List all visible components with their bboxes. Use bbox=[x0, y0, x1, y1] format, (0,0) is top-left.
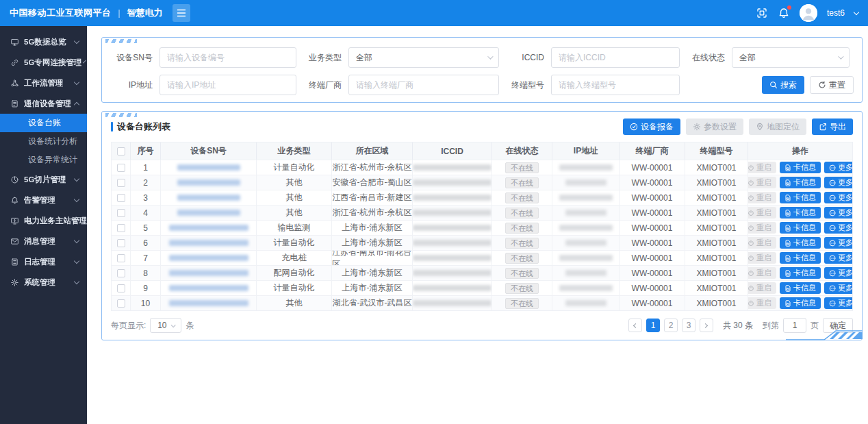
notification-bell-icon[interactable] bbox=[778, 7, 790, 19]
next-page-button[interactable] bbox=[700, 319, 713, 332]
device-sn-input[interactable] bbox=[159, 47, 296, 68]
online-status-badge: 不在线 bbox=[505, 268, 539, 279]
page-button-2[interactable]: 2 bbox=[664, 319, 678, 332]
card-info-button[interactable]: 卡信息 bbox=[780, 222, 821, 234]
more-button[interactable]: 更多 bbox=[824, 207, 852, 219]
reboot-button[interactable]: 重启 bbox=[748, 222, 776, 234]
device-report-button[interactable]: 设备报备 bbox=[623, 119, 680, 135]
page-button-3[interactable]: 3 bbox=[682, 319, 695, 332]
sidebar-item-power-master-station[interactable]: 电力业务主站管理 bbox=[0, 210, 87, 231]
card-info-button[interactable]: 卡信息 bbox=[780, 192, 821, 203]
online-status-select[interactable]: 全部 bbox=[732, 47, 850, 68]
panel-corner-stripes-icon bbox=[105, 113, 137, 117]
card-info-button[interactable]: 卡信息 bbox=[780, 267, 821, 279]
vendor-input[interactable] bbox=[348, 75, 499, 95]
card-info-button[interactable]: 卡信息 bbox=[780, 297, 821, 309]
region-cell: 上海市-浦东新区 bbox=[332, 281, 413, 295]
row-checkbox[interactable] bbox=[117, 239, 125, 247]
reboot-button[interactable]: 重启 bbox=[748, 192, 776, 203]
card-info-button[interactable]: 卡信息 bbox=[780, 162, 821, 173]
row-checkbox[interactable] bbox=[117, 194, 125, 202]
business-type-cell: 计量自动化 bbox=[257, 160, 332, 175]
row-checkbox[interactable] bbox=[117, 254, 125, 262]
reboot-button[interactable]: 重启 bbox=[748, 237, 776, 249]
sidebar-item-alarm[interactable]: 告警管理 bbox=[0, 190, 87, 210]
sidebar-item-log[interactable]: 日志管理 bbox=[0, 251, 87, 272]
sidebar-subitem-device-ledger[interactable]: 设备台账 bbox=[0, 114, 87, 132]
sidebar-item-message[interactable]: 消息管理 bbox=[0, 231, 87, 251]
col-seq: 序号 bbox=[131, 142, 161, 160]
sim-card-icon bbox=[784, 240, 791, 247]
chevron-down-icon bbox=[83, 60, 86, 64]
card-info-button[interactable]: 卡信息 bbox=[780, 237, 821, 249]
card-info-button[interactable]: 卡信息 bbox=[780, 282, 821, 294]
sidebar-subitem-device-anomaly[interactable]: 设备异常统计 bbox=[0, 151, 87, 169]
user-avatar[interactable] bbox=[800, 4, 817, 22]
sidebar-item-label: 5G数据总览 bbox=[24, 36, 66, 47]
device-sn-redacted bbox=[177, 179, 240, 186]
reboot-button[interactable]: 重启 bbox=[748, 162, 776, 173]
sidebar-item-comm-device[interactable]: 通信设备管理 bbox=[0, 93, 87, 114]
card-info-button[interactable]: 卡信息 bbox=[780, 207, 821, 219]
more-button[interactable]: 更多 bbox=[824, 162, 852, 173]
fullscreen-icon[interactable] bbox=[756, 7, 768, 19]
user-menu-chevron-icon[interactable] bbox=[854, 10, 859, 15]
power-master-station-icon bbox=[10, 216, 19, 225]
more-button[interactable]: 更多 bbox=[824, 252, 852, 264]
row-checkbox[interactable] bbox=[117, 269, 125, 277]
chevron-left-icon bbox=[633, 323, 638, 327]
map-locate-button[interactable]: 地图定位 bbox=[749, 119, 806, 135]
select-all-checkbox[interactable] bbox=[117, 147, 125, 155]
top-header: 中国移动工业互联网平台 | 智慧电力 test6 bbox=[0, 0, 868, 26]
reboot-button[interactable]: 重启 bbox=[748, 252, 776, 264]
filter-ip: IP地址 bbox=[110, 75, 296, 95]
sidebar-subitem-device-stats[interactable]: 设备统计分析 bbox=[0, 132, 87, 151]
page-size-select[interactable]: 10 bbox=[150, 318, 181, 333]
row-checkbox[interactable] bbox=[117, 164, 125, 172]
more-button[interactable]: 更多 bbox=[824, 267, 852, 279]
more-button[interactable]: 更多 bbox=[824, 177, 852, 188]
sidebar-item-5g-slice[interactable]: 5G切片管理 bbox=[0, 169, 87, 190]
reset-button[interactable]: 重置 bbox=[810, 76, 854, 94]
reboot-button[interactable]: 重启 bbox=[748, 297, 776, 309]
reboot-button[interactable]: 重启 bbox=[748, 177, 776, 188]
ip-input[interactable] bbox=[159, 75, 296, 95]
more-button[interactable]: 更多 bbox=[824, 297, 852, 309]
business-type-select[interactable]: 全部 bbox=[348, 47, 499, 68]
username-label: test6 bbox=[827, 8, 845, 18]
location-pin-icon bbox=[756, 123, 764, 131]
param-settings-button[interactable]: 参数设置 bbox=[686, 119, 743, 135]
row-checkbox[interactable] bbox=[117, 224, 125, 232]
region-cell: 浙江省-杭州市-余杭区 bbox=[332, 160, 413, 175]
more-button[interactable]: 更多 bbox=[824, 222, 852, 234]
page-button-1[interactable]: 1 bbox=[646, 319, 660, 332]
sidebar-item-5g-private-network[interactable]: 5G专网连接管理 bbox=[0, 52, 87, 73]
more-button[interactable]: 更多 bbox=[824, 282, 852, 294]
ip-redacted bbox=[565, 210, 607, 216]
sidebar-item-system[interactable]: 系统管理 bbox=[0, 272, 87, 292]
card-info-button[interactable]: 卡信息 bbox=[780, 252, 821, 264]
online-status-badge: 不在线 bbox=[505, 223, 539, 234]
reboot-button[interactable]: 重启 bbox=[748, 282, 776, 294]
card-info-button[interactable]: 卡信息 bbox=[780, 177, 821, 188]
sidebar-item-workflow[interactable]: 工作流管理 bbox=[0, 73, 87, 93]
row-checkbox[interactable] bbox=[117, 209, 125, 217]
collapse-menu-button[interactable] bbox=[173, 4, 190, 22]
online-status-badge: 不在线 bbox=[505, 298, 539, 309]
row-checkbox[interactable] bbox=[117, 179, 125, 187]
sidebar-item-5g-data-overview[interactable]: 5G数据总览 bbox=[0, 32, 87, 52]
iccid-redacted bbox=[413, 195, 492, 201]
reboot-button[interactable]: 重启 bbox=[748, 207, 776, 219]
row-seq: 9 bbox=[131, 281, 161, 295]
iccid-input[interactable] bbox=[551, 47, 680, 68]
reboot-button[interactable]: 重启 bbox=[748, 267, 776, 279]
more-button[interactable]: 更多 bbox=[824, 192, 852, 203]
filter-vendor: 终端厂商 bbox=[303, 75, 499, 95]
row-checkbox[interactable] bbox=[117, 284, 125, 292]
export-button[interactable]: 导出 bbox=[812, 119, 853, 135]
search-button[interactable]: 搜索 bbox=[762, 76, 804, 94]
model-input[interactable] bbox=[551, 75, 680, 95]
row-checkbox[interactable] bbox=[117, 299, 125, 308]
more-button[interactable]: 更多 bbox=[824, 237, 852, 249]
prev-page-button[interactable] bbox=[628, 319, 642, 332]
